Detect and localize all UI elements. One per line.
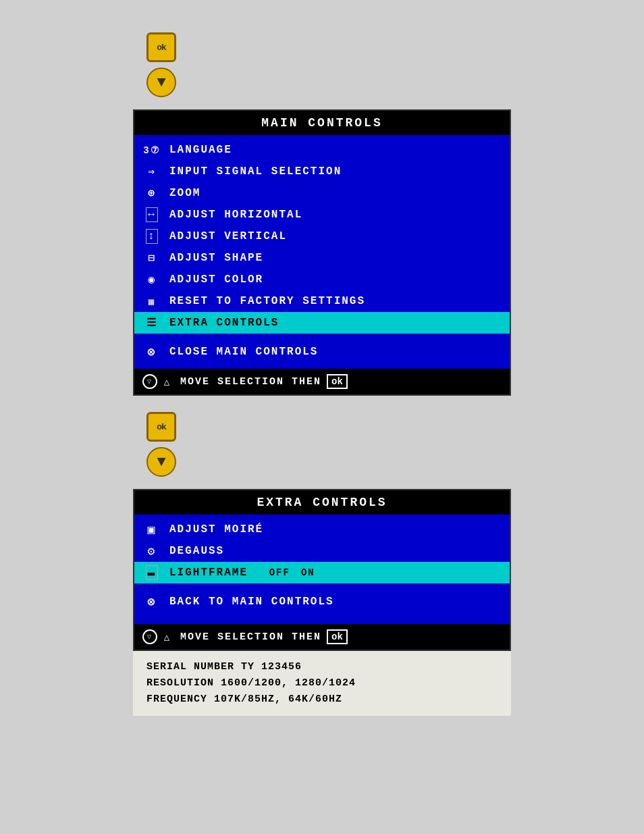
footer-triangle-icon: △ [160,374,175,389]
menu-item-adjust-shape[interactable]: ADJUST SHAPE [134,247,510,269]
main-controls-panel: MAIN CONTROLS LANGUAGE INPUT SIGNAL SELE… [133,109,511,396]
adjust-shape-label: ADJUST SHAPE [169,252,263,264]
footer-icons-main: ▽ △ [142,374,175,389]
footer-circle-icon: ▽ [142,374,157,389]
lightframe-label: LIGHTFRAME [169,567,248,579]
menu-item-input-signal[interactable]: INPUT SIGNAL SELECTION [134,161,510,182]
close-icon [142,344,161,359]
lightframe-off-option[interactable]: OFF [259,566,290,579]
lightframe-off-label: OFF [269,567,290,578]
lightframe-on-label: ON [301,567,315,578]
extra-footer-text: MOVE SELECTION THEN [180,631,321,643]
menu-item-language[interactable]: LANGUAGE [134,139,510,161]
zoom-icon [142,186,161,201]
menu-item-adjust-color[interactable]: ADJUST COLOR [134,269,510,290]
ok-icon-top: ok [157,43,166,53]
adjust-color-label: ADJUST COLOR [169,273,263,286]
vert-icon [142,229,161,244]
menu-item-degauss[interactable]: DEGAUSS [134,540,510,562]
horiz-icon [142,207,161,222]
info-section: SERIAL NUMBER TY 123456 RESOLUTION 1600/… [133,651,511,716]
input-label: INPUT SIGNAL SELECTION [169,165,342,178]
menu-item-adjust-horiz[interactable]: ADJUST HORIZONTAL [134,204,510,226]
extra-controls-label: EXTRA CONTROLS [169,317,279,329]
ok-button-top[interactable]: ok [146,32,176,62]
arrow-down-icon-middle: ▼ [157,454,165,471]
input-icon [142,164,161,179]
lightframe-on-option[interactable]: ON [301,566,325,579]
arrow-down-middle[interactable]: ▼ [146,447,176,477]
arrow-down-top[interactable]: ▼ [146,68,176,97]
resolution-info: RESOLUTION 1600/1200, 1280/1024 [146,675,498,692]
extra-controls-panel: EXTRA CONTROLS ADJUST MOIRÉ DEGAUSS LIGH… [133,489,511,651]
extra-controls-items: ADJUST MOIRÉ DEGAUSS LIGHTFRAME OFF ON [134,515,510,624]
frequency-info: FREQUENCY 107K/85HZ, 64K/60HZ [146,692,498,708]
back-to-main-controls-item[interactable]: BACK TO MAIN CONTROLS [134,589,510,615]
reset-icon [142,294,161,309]
arrow-down-icon-top: ▼ [157,74,165,91]
adjust-vert-label: ADJUST VERTICAL [169,230,287,242]
extra-footer-ok: ok [327,629,348,644]
arrow-right-icon [318,566,326,579]
arrow-left-icon [259,566,267,579]
back-icon [142,594,161,609]
back-main-label: BACK TO MAIN CONTROLS [169,596,334,608]
lightframe-row: LIGHTFRAME OFF ON [169,566,502,579]
menu-item-reset[interactable]: RESET TO FACTORY SETTINGS [134,290,510,312]
serial-number: SERIAL NUMBER TY 123456 [146,659,498,675]
main-controls-footer: ▽ △ MOVE SELECTION THEN ok [134,369,510,394]
footer-icons-extra: ▽ △ [142,629,175,644]
ok-button-middle[interactable]: ok [146,412,176,442]
moire-label: ADJUST MOIRÉ [169,523,263,536]
menu-item-adjust-vert[interactable]: ADJUST VERTICAL [134,226,510,247]
menu-item-lightframe[interactable]: LIGHTFRAME OFF ON [134,562,510,583]
close-main-label: CLOSE MAIN CONTROLS [169,346,318,358]
shape-icon [142,251,161,265]
degauss-label: DEGAUSS [169,545,224,557]
reset-label: RESET TO FACTORY SETTINGS [169,295,365,307]
language-icon [142,142,161,157]
close-main-controls-item[interactable]: CLOSE MAIN CONTROLS [134,339,510,365]
main-controls-items: LANGUAGE INPUT SIGNAL SELECTION ZOOM ADJ… [134,135,510,369]
degauss-icon [142,544,161,558]
extra-controls-footer: ▽ △ MOVE SELECTION THEN ok [134,624,510,650]
extra-controls-title: EXTRA CONTROLS [134,490,510,515]
lightframe-icon [142,565,161,580]
main-footer-ok: ok [327,374,348,389]
zoom-label: ZOOM [169,187,200,199]
main-controls-title: MAIN CONTROLS [134,111,510,135]
language-label: LANGUAGE [169,144,232,156]
color-icon [142,272,161,287]
footer-triangle-icon-2: △ [160,629,175,644]
adjust-horiz-label: ADJUST HORIZONTAL [169,209,302,221]
menu-item-extra-controls[interactable]: EXTRA CONTROLS [134,312,510,334]
menu-item-zoom[interactable]: ZOOM [134,182,510,204]
ok-icon-middle: ok [157,422,166,432]
footer-circle-icon-2: ▽ [142,629,157,644]
moire-icon [142,522,161,537]
extra-icon [142,315,161,330]
main-footer-text: MOVE SELECTION THEN [180,376,321,388]
menu-item-moire[interactable]: ADJUST MOIRÉ [134,519,510,540]
